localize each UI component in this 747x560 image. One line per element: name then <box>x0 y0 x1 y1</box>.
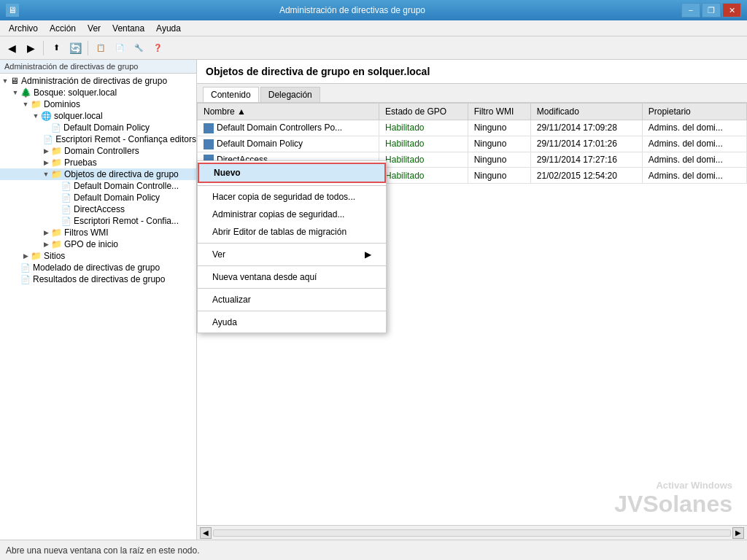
tab-delegacion[interactable]: Delegación <box>260 87 320 102</box>
ctx-editor[interactable]: Abrir Editor de tablas de migración <box>198 223 386 241</box>
expand-obj4[interactable]: ▶ <box>51 216 61 226</box>
objetos-icon: 📁 <box>51 169 62 179</box>
solquer-icon: 🌐 <box>41 111 52 121</box>
scroll-left[interactable]: ◀ <box>200 527 212 539</box>
obj1-label: Default Domain Controlle... <box>74 181 179 191</box>
toolbar-forward[interactable]: ▶ <box>22 39 39 57</box>
col-nombre[interactable]: Nombre ▲ <box>198 104 379 120</box>
menu-ver[interactable]: Ver <box>82 22 107 35</box>
toolbar-icon3[interactable]: 🔧 <box>130 39 147 57</box>
toolbar: ◀ ▶ ⬆ 🔄 📋 📄 🔧 ❓ <box>0 36 747 60</box>
tree-item-gpoinicio[interactable]: ▶ 📁 GPO de inicio <box>0 238 196 250</box>
close-button[interactable]: ✕ <box>722 3 741 18</box>
tree-item-sitios[interactable]: ▶ 📁 Sitios <box>0 250 196 262</box>
expand-esc1[interactable]: ▶ <box>34 134 43 144</box>
col-estado[interactable]: Estado de GPO <box>379 104 468 120</box>
scroll-track[interactable] <box>213 529 731 537</box>
toolbar-icon2[interactable]: 📄 <box>111 39 128 57</box>
tree-item-obj4[interactable]: ▶ 📄 Escriptori Remot - Confia... <box>0 215 196 227</box>
obj3-icon: 📄 <box>61 205 71 214</box>
tab-contenido[interactable]: Contenido <box>203 87 259 102</box>
expand-gpo[interactable]: ▶ <box>41 239 51 249</box>
menu-ayuda[interactable]: Ayuda <box>150 22 187 35</box>
toolbar-icon4[interactable]: ❓ <box>149 39 166 57</box>
expand-filtros[interactable]: ▶ <box>41 228 51 238</box>
cell-estado-1: Habilitado <box>379 136 468 152</box>
tree-item-defaultdomain[interactable]: ▶ 📄 Default Domain Policy <box>0 122 196 133</box>
expand-obj1[interactable]: ▶ <box>51 181 61 191</box>
ctx-sep1 <box>198 185 386 186</box>
ctx-ver[interactable]: Ver▶ <box>198 246 386 263</box>
obj4-label: Escriptori Remot - Confia... <box>74 216 179 226</box>
ctx-sep5 <box>198 311 386 311</box>
ctx-actualizar[interactable]: Actualizar <box>198 291 386 308</box>
toolbar-icon1[interactable]: 📋 <box>92 39 109 57</box>
solquer-label: solquer.local <box>54 111 103 121</box>
cell-filtro-2: Ninguno <box>468 152 530 168</box>
expand-obj3[interactable]: ▶ <box>51 204 61 214</box>
context-menu: Nuevo Hacer copia de seguridad de todos.… <box>197 160 387 333</box>
toolbar-up[interactable]: ⬆ <box>47 39 65 57</box>
cell-filtro-0: Ninguno <box>468 120 530 136</box>
window-controls: − ❐ ✕ <box>681 3 741 18</box>
expand-objetos[interactable]: ▼ <box>41 169 51 179</box>
tree-item-dominios[interactable]: ▼ 📁 Dominios <box>0 98 196 110</box>
col-modificado[interactable]: Modificado <box>530 104 642 120</box>
tree-item-solquer[interactable]: ▼ 🌐 solquer.local <box>0 110 196 122</box>
tree-item-obj3[interactable]: ▶ 📄 DirectAccess <box>0 203 196 215</box>
expand-resultados[interactable]: ▶ <box>10 274 20 284</box>
expand-dd[interactable]: ▶ <box>41 122 51 133</box>
expand-modelado[interactable]: ▶ <box>10 262 20 273</box>
ctx-nueva-ventana[interactable]: Nueva ventana desde aquí <box>198 268 386 286</box>
content-header: Objetos de directiva de grupo en solquer… <box>197 60 747 84</box>
tree-item-bosque[interactable]: ▼ 🌲 Bosque: solquer.local <box>0 87 196 98</box>
expand-pruebas[interactable]: ▶ <box>41 158 51 168</box>
expand-bosque[interactable]: ▼ <box>10 88 20 98</box>
toolbar-back[interactable]: ◀ <box>3 39 20 57</box>
table-row[interactable]: Default Domain Policy Habilitado Ninguno… <box>198 136 747 152</box>
tree-item-dc[interactable]: ▶ 📁 Domain Controllers <box>0 145 196 157</box>
tree-item-filtroswmi[interactable]: ▶ 📁 Filtros WMI <box>0 227 196 238</box>
tree-item-obj2[interactable]: ▶ 📄 Default Domain Policy <box>0 192 196 203</box>
tree-item-objetos[interactable]: ▼ 📁 Objetos de directiva de grupo <box>0 168 196 180</box>
obj2-icon: 📄 <box>61 193 71 203</box>
expand-root[interactable]: ▼ <box>0 76 10 86</box>
tree-item-obj1[interactable]: ▶ 📄 Default Domain Controlle... <box>0 180 196 192</box>
scroll-right[interactable]: ▶ <box>732 527 744 539</box>
dc-label: Domain Controllers <box>64 146 139 156</box>
minimize-button[interactable]: − <box>681 3 700 18</box>
cell-propietario-3: Admins. del domi... <box>642 168 746 184</box>
tree-panel: Administración de directivas de grupo ▼ … <box>0 60 197 540</box>
title-bar: 🖥 Administración de directivas de grupo … <box>0 0 747 20</box>
cell-propietario-2: Admins. del domi... <box>642 152 746 168</box>
expand-sitios[interactable]: ▶ <box>20 251 31 261</box>
tree-item-resultados[interactable]: ▶ 📄 Resultados de directivas de grupo <box>0 273 196 285</box>
obj1-icon: 📄 <box>61 182 71 191</box>
expand-dc[interactable]: ▶ <box>41 146 51 156</box>
toolbar-refresh[interactable]: 🔄 <box>66 39 84 57</box>
cell-modificado-1: 29/11/2014 17:01:26 <box>530 136 642 152</box>
menu-bar: Archivo Acción Ver Ventana Ayuda <box>0 20 747 36</box>
tree-item-modelado[interactable]: ▶ 📄 Modelado de directivas de grupo <box>0 262 196 273</box>
root-icon: 🖥 <box>10 76 19 86</box>
col-propietario[interactable]: Propietario <box>642 104 746 120</box>
esc1-icon: 📄 <box>43 135 53 144</box>
tree-item-escritori1[interactable]: ▶ 📄 Escriptori Remot - Confiança editors <box>0 133 196 145</box>
bosque-icon: 🌲 <box>20 88 31 98</box>
tree-item-pruebas[interactable]: ▶ 📁 Pruebas <box>0 157 196 168</box>
ctx-nuevo[interactable]: Nuevo <box>198 163 386 183</box>
tree-item-root[interactable]: ▼ 🖥 Administración de directivas de grup… <box>0 75 196 87</box>
ctx-copia[interactable]: Hacer copia de seguridad de todos... <box>198 188 386 206</box>
menu-archivo[interactable]: Archivo <box>3 22 44 35</box>
col-filtro[interactable]: Filtro WMI <box>468 104 530 120</box>
menu-ventana[interactable]: Ventana <box>107 22 150 35</box>
ctx-ayuda[interactable]: Ayuda <box>198 314 386 331</box>
ctx-admin[interactable]: Administrar copias de seguridad... <box>198 206 386 223</box>
window-title: Administración de directivas de grupo <box>23 5 681 15</box>
table-row[interactable]: Default Domain Controllers Po... Habilit… <box>198 120 747 136</box>
maximize-button[interactable]: ❐ <box>702 3 721 18</box>
expand-dominios[interactable]: ▼ <box>20 99 31 109</box>
menu-accion[interactable]: Acción <box>44 22 82 35</box>
expand-solquer[interactable]: ▼ <box>31 111 41 121</box>
expand-obj2[interactable]: ▶ <box>51 192 61 203</box>
